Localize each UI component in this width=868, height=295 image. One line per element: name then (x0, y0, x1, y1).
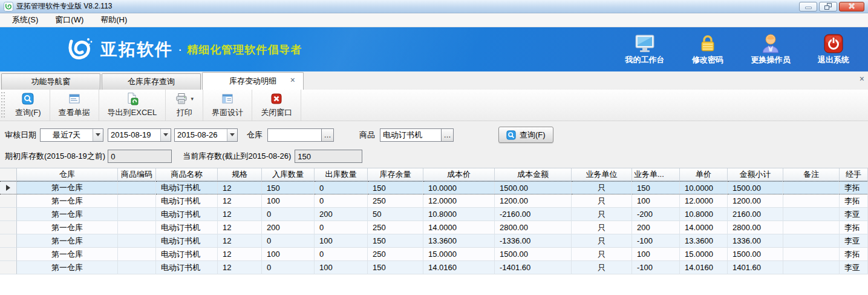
grid-cell[interactable]: 电动订书机 (156, 221, 218, 234)
table-row[interactable]: 第一仓库电动订书机12100025015.00001500.00只10015.0… (0, 248, 868, 261)
grid-cell[interactable]: 1500.00 (728, 181, 783, 194)
grid-cell[interactable]: 12 (218, 221, 262, 234)
grid-cell[interactable]: 第一仓库 (17, 221, 118, 234)
table-row[interactable]: 第一仓库电动订书机12200025014.00002800.00只20014.0… (0, 221, 868, 234)
grid-cell[interactable]: 只 (572, 248, 632, 261)
grid-cell[interactable]: 12 (218, 194, 262, 208)
grid-cell[interactable]: 150 (368, 234, 423, 248)
grid-cell[interactable] (783, 221, 840, 234)
row-selector-cell[interactable] (0, 221, 17, 234)
column-header[interactable]: 业务单位 (572, 168, 632, 181)
grid-cell[interactable]: 只 (572, 234, 632, 248)
grid-cell[interactable]: 15.0000 (423, 248, 495, 261)
grid-cell[interactable]: 100 (315, 261, 368, 274)
tab-stock-change-detail[interactable]: 库存变动明细 × (202, 72, 304, 90)
row-selector-cell[interactable] (0, 234, 17, 248)
grid-cell[interactable]: 李拓 (840, 248, 868, 261)
grid-cell[interactable] (118, 194, 156, 208)
tab-function-navigator[interactable]: 功能导航窗 (1, 73, 100, 90)
grid-cell[interactable] (118, 208, 156, 221)
column-header[interactable]: 规格 (218, 168, 262, 181)
grid-cell[interactable]: -200 (632, 208, 680, 221)
column-header[interactable]: 商品编码 (118, 168, 156, 181)
grid-cell[interactable]: -1336.00 (495, 234, 572, 248)
grid-cell[interactable]: 只 (572, 181, 632, 194)
grid-cell[interactable]: 2800.00 (495, 221, 572, 234)
grid-cell[interactable]: 12.0000 (423, 194, 495, 208)
grid-cell[interactable]: 100 (632, 194, 680, 208)
column-header[interactable]: 单价 (680, 168, 728, 181)
row-selector-cell[interactable] (0, 194, 17, 208)
grid-cell[interactable]: 12 (218, 234, 262, 248)
tab-close-icon[interactable]: × (290, 76, 295, 84)
grid-cell[interactable]: 1500.00 (728, 248, 783, 261)
warehouse-picker-button[interactable]: … (321, 129, 333, 141)
exit-system-button[interactable]: 退出系统 (810, 34, 857, 65)
menu-help[interactable]: 帮助(H) (93, 13, 134, 27)
column-header[interactable]: 入库数量 (262, 168, 315, 181)
my-workstation-button[interactable]: 我的工作台 (621, 34, 668, 65)
grid-cell[interactable]: 李拓 (840, 181, 868, 194)
grid-cell[interactable] (783, 181, 840, 194)
grid-cell[interactable]: 0 (315, 221, 368, 234)
table-row[interactable]: 第一仓库电动订书机1202005010.8000-2160.00只-20010.… (0, 208, 868, 221)
grid-cell[interactable]: 1500.00 (495, 248, 572, 261)
grid-cell[interactable]: 200 (315, 208, 368, 221)
grid-cell[interactable]: 15.0000 (680, 248, 728, 261)
toolbar-grip[interactable] (1, 92, 5, 118)
grid-cell[interactable]: 1200.00 (495, 194, 572, 208)
column-header[interactable]: 仓库 (17, 168, 118, 181)
row-selector-cell[interactable] (0, 181, 17, 194)
grid-cell[interactable]: 10.0000 (680, 181, 728, 194)
grid-cell[interactable]: 100 (262, 194, 315, 208)
query-toolbar-button[interactable]: 查询(F) (7, 90, 50, 121)
grid-cell[interactable]: 14.0160 (423, 261, 495, 274)
row-selector-cell[interactable] (0, 261, 17, 274)
tab-warehouse-stock-query[interactable]: 仓库库存查询 (102, 73, 201, 90)
print-button[interactable]: ▾ 打印 (166, 90, 203, 121)
product-picker-button[interactable]: … (441, 129, 453, 141)
grid-cell[interactable]: 2160.00 (728, 208, 783, 221)
column-header[interactable]: 备注 (783, 168, 840, 181)
grid-cell[interactable]: 12 (218, 248, 262, 261)
grid-cell[interactable]: 100 (315, 234, 368, 248)
grid-cell[interactable]: 只 (572, 261, 632, 274)
grid-cell[interactable]: 电动订书机 (156, 181, 218, 194)
grid-cell[interactable]: -100 (632, 234, 680, 248)
grid-cell[interactable]: 李亚 (840, 234, 868, 248)
grid-cell[interactable]: 0 (262, 261, 315, 274)
close-button[interactable] (839, 2, 864, 12)
column-header[interactable]: 经手 (840, 168, 868, 181)
table-row[interactable]: 第一仓库电动订书机12100025012.00001200.00只10012.0… (0, 194, 868, 208)
grid-cell[interactable]: 250 (368, 248, 423, 261)
grid-cell[interactable]: 100 (632, 248, 680, 261)
date-preset-select[interactable]: 最近7天 (40, 128, 103, 142)
grid-cell[interactable]: 0 (315, 248, 368, 261)
dropdown-button[interactable] (93, 129, 103, 141)
grid-cell[interactable]: 200 (632, 221, 680, 234)
product-input[interactable] (380, 129, 441, 141)
grid-cell[interactable]: 第一仓库 (17, 208, 118, 221)
grid-cell[interactable]: 14.0000 (423, 221, 495, 234)
grid-cell[interactable]: 第一仓库 (17, 234, 118, 248)
grid-cell[interactable]: 150 (368, 181, 423, 194)
grid-cell[interactable]: -1401.60 (495, 261, 572, 274)
row-selector-cell[interactable] (0, 248, 17, 261)
dropdown-button[interactable] (227, 129, 237, 141)
grid-cell[interactable] (783, 234, 840, 248)
grid-cell[interactable]: 250 (368, 194, 423, 208)
grid-cell[interactable] (118, 261, 156, 274)
grid-cell[interactable] (118, 234, 156, 248)
tabstrip-close-icon[interactable]: × (860, 74, 864, 84)
menu-system[interactable]: 系统(S) (5, 13, 45, 27)
grid-cell[interactable]: 电动订书机 (156, 261, 218, 274)
grid-cell[interactable]: 李拓 (840, 221, 868, 234)
column-header[interactable]: 成本价 (423, 168, 495, 181)
grid-cell[interactable]: 0 (262, 208, 315, 221)
date-to-select[interactable]: 2015-08-26 (174, 128, 238, 142)
grid-cell[interactable]: 第一仓库 (17, 194, 118, 208)
grid-cell[interactable]: 50 (368, 208, 423, 221)
grid-cell[interactable]: 1401.60 (728, 261, 783, 274)
grid-cell[interactable]: 14.0000 (680, 221, 728, 234)
grid-cell[interactable]: 12 (218, 261, 262, 274)
